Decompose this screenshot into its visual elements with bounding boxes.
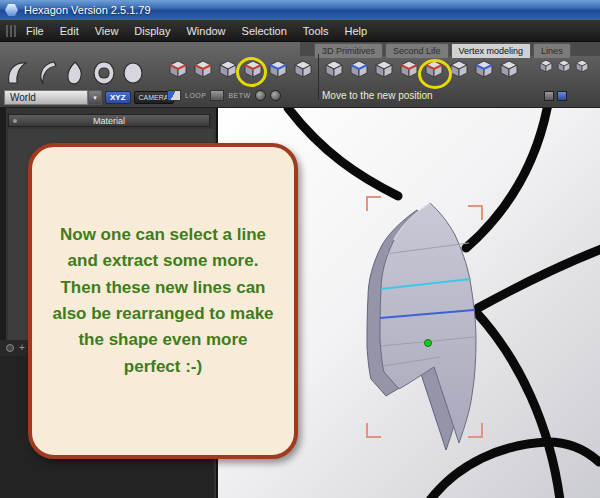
ring-tool-icon[interactable] — [91, 58, 117, 88]
surface-tool-icon[interactable] — [62, 58, 88, 88]
menu-selection[interactable]: Selection — [234, 22, 295, 40]
toolbar-ribbon: 3D PrimitivesSecond LifeVertex modelingL… — [0, 42, 600, 108]
chevron-down-icon[interactable] — [88, 90, 102, 105]
grid-option-icon[interactable] — [557, 91, 567, 101]
menu-edit[interactable]: Edit — [52, 22, 87, 40]
menu-display[interactable]: Display — [126, 22, 178, 40]
vertex-tools-group-right — [322, 56, 521, 82]
window-title: Hexagon Version 2.5.1.79 — [24, 4, 151, 16]
menu-grip-icon — [6, 25, 16, 37]
sweep-tool-icon[interactable] — [472, 56, 496, 82]
mirror-icon[interactable] — [556, 58, 572, 78]
scale-tool-icon[interactable] — [447, 56, 471, 82]
selection-tools — [4, 58, 146, 88]
bend-icon[interactable] — [574, 58, 590, 78]
snap-option-icon[interactable] — [544, 91, 554, 101]
material-panel-header[interactable]: Material — [8, 114, 210, 127]
loop-label: LOOP — [185, 92, 206, 99]
menu-file[interactable]: File — [18, 22, 52, 40]
extract-edge-icon[interactable] — [216, 56, 240, 82]
world-dropdown-value: World — [4, 90, 88, 105]
curve-tool-icon[interactable] — [33, 58, 59, 88]
edge-select-icon[interactable] — [191, 56, 215, 82]
hexagon-app-window: Hexagon Version 2.5.1.79 FileEditViewDis… — [0, 0, 600, 498]
world-dropdown[interactable]: World — [4, 90, 102, 105]
edge-loop-icon[interactable] — [266, 56, 290, 82]
select-mode-icon[interactable] — [255, 90, 266, 101]
loop-select-icon[interactable] — [167, 90, 181, 101]
menu-view[interactable]: View — [87, 22, 127, 40]
sphere-tool-icon[interactable] — [120, 58, 146, 88]
loop-options-row: LOOP BETW — [167, 89, 281, 102]
world-row: World XYZ CAMERA — [4, 90, 174, 105]
menu-bar-items: FileEditViewDisplayWindowSelectionToolsH… — [18, 22, 375, 40]
panel-dot-icon — [13, 119, 17, 123]
box-primitive-icon[interactable] — [166, 56, 190, 82]
hand-tool-icon[interactable] — [4, 58, 30, 88]
deselect-mode-icon[interactable] — [270, 90, 281, 101]
menu-window[interactable]: Window — [178, 22, 233, 40]
material-panel-title: Material — [93, 116, 125, 126]
collapse-section-icon[interactable] — [6, 344, 14, 352]
remove-edge-icon[interactable] — [291, 56, 315, 82]
toolbar-divider — [318, 54, 319, 100]
smooth-tool-icon[interactable] — [497, 56, 521, 82]
extra-options-group — [544, 91, 567, 101]
xyz-button[interactable]: XYZ — [105, 91, 131, 104]
move-position-icon[interactable] — [422, 56, 446, 82]
model-shape[interactable] — [367, 203, 476, 450]
menu-bar: FileEditViewDisplayWindowSelectionToolsH… — [0, 20, 600, 42]
extract-line-icon[interactable] — [241, 56, 265, 82]
tutorial-callout-text: Now one can select a line and extract so… — [48, 222, 278, 380]
extrude-face-icon[interactable] — [397, 56, 421, 82]
tool-tooltip: Move to the new position — [322, 90, 433, 101]
menu-tools[interactable]: Tools — [295, 22, 337, 40]
symmetry-icon[interactable] — [538, 58, 554, 78]
menu-help[interactable]: Help — [337, 22, 376, 40]
extra-tools-group — [538, 58, 590, 78]
weld-vertex-icon[interactable] — [347, 56, 371, 82]
betw-label: BETW — [228, 92, 250, 99]
tutorial-callout: Now one can select a line and extract so… — [28, 143, 298, 459]
title-bar[interactable]: Hexagon Version 2.5.1.79 — [0, 0, 600, 20]
vertex-tools-group-left — [166, 56, 315, 82]
tab-lines[interactable]: Lines — [533, 43, 571, 58]
ring-select-icon[interactable] — [210, 90, 224, 101]
chamfer-icon[interactable] — [372, 56, 396, 82]
app-icon[interactable] — [5, 4, 18, 16]
move-vertex-icon[interactable] — [322, 56, 346, 82]
pivot-point[interactable] — [425, 340, 432, 347]
